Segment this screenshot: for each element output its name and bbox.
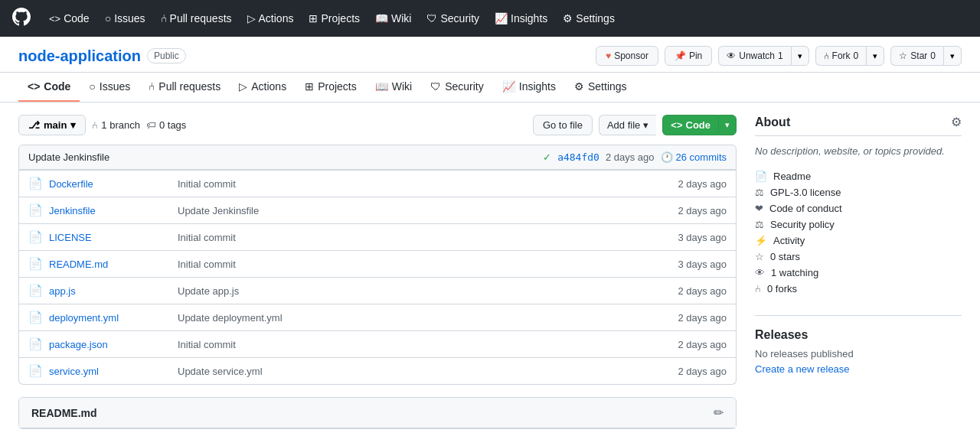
code-main-button[interactable]: <> Code <box>662 115 718 135</box>
about-description: No description, website, or topics provi… <box>755 144 962 159</box>
nav-item-insights[interactable]: 📈 Insights <box>488 9 554 28</box>
tab-projects[interactable]: ⊞ Projects <box>296 73 366 102</box>
actions-tab-icon: ▷ <box>239 80 247 93</box>
file-commit: Update Jenkinsfile <box>178 205 671 216</box>
tab-pull-requests[interactable]: ⑃ Pull requests <box>139 73 230 102</box>
pr-nav-icon: ⑃ <box>161 12 167 24</box>
code-btn-icon: <> <box>671 119 682 131</box>
releases-section: Releases No releases published Create a … <box>755 315 962 375</box>
projects-nav-icon: ⊞ <box>309 12 318 24</box>
branches-link[interactable]: ⑃ 1 branch <box>92 119 140 131</box>
file-name[interactable]: service.yml <box>49 366 172 377</box>
table-row[interactable]: 📄 service.yml Update service.yml 2 days … <box>19 357 736 384</box>
security-policy-link[interactable]: ⚖ Security policy <box>755 216 962 233</box>
actions-nav-icon: ▷ <box>247 12 256 24</box>
about-header: About ⚙ <box>755 115 962 136</box>
commit-hash-link[interactable]: a484fd0 <box>557 151 599 163</box>
nav-item-wiki[interactable]: 📖 Wiki <box>369 9 417 28</box>
tab-actions[interactable]: ▷ Actions <box>230 73 296 102</box>
nav-item-actions[interactable]: ▷ Actions <box>241 9 300 28</box>
tab-wiki[interactable]: 📖 Wiki <box>366 73 421 102</box>
tab-code[interactable]: <> Code <box>18 73 80 102</box>
table-row[interactable]: 📄 package.json Initial commit 2 days ago <box>19 330 736 357</box>
file-name[interactable]: package.json <box>49 339 172 350</box>
file-commit: Initial commit <box>178 232 671 243</box>
file-commit: Update service.yml <box>178 366 671 377</box>
file-icon: 📄 <box>28 364 43 378</box>
repo-sub-nav: <> Code ○ Issues ⑃ Pull requests ▷ Actio… <box>0 73 980 102</box>
table-row[interactable]: 📄 app.js Update app.js 2 days ago <box>19 277 736 304</box>
commits-count-link[interactable]: 🕐 26 commits <box>661 151 727 163</box>
fork-main-button[interactable]: ⑃ Fork 0 <box>815 46 867 66</box>
tab-settings[interactable]: ⚙ Settings <box>565 73 636 102</box>
insights-tab-icon: 📈 <box>502 80 515 93</box>
table-row[interactable]: 📄 README.md Initial commit 3 days ago <box>19 250 736 277</box>
file-time: 2 days ago <box>678 178 727 190</box>
table-row[interactable]: 📄 LICENSE Initial commit 3 days ago <box>19 223 736 250</box>
about-settings-button[interactable]: ⚙ <box>951 115 962 129</box>
main-content: ⎇ main ▾ ⑃ 1 branch 🏷 0 tags Go to file … <box>0 102 980 436</box>
commit-row: Update Jenkinsfile ✓ a484fd0 2 days ago … <box>18 145 737 170</box>
tab-insights[interactable]: 📈 Insights <box>493 73 565 102</box>
tab-security[interactable]: 🛡 Security <box>421 73 493 102</box>
branch-selector[interactable]: ⎇ main ▾ <box>18 115 86 135</box>
fork-split-button: ⑃ Fork 0 ▾ <box>815 46 885 66</box>
issues-tab-icon: ○ <box>89 80 95 93</box>
settings-nav-icon: ⚙ <box>563 12 573 24</box>
code-arrow-button[interactable]: ▾ <box>718 115 737 135</box>
readme-section: README.md ✏ <box>18 397 737 429</box>
file-commit: Update app.js <box>178 285 671 297</box>
security-policy-icon: ⚖ <box>755 219 764 230</box>
file-table: 📄 Dockerfile Initial commit 2 days ago 📄… <box>18 170 737 385</box>
table-row[interactable]: 📄 Jenkinsfile Update Jenkinsfile 2 days … <box>19 197 736 223</box>
fork-icon: ⑃ <box>824 50 829 61</box>
watching-count: 👁 1 watching <box>755 265 962 281</box>
sponsor-button[interactable]: ♥ Sponsor <box>596 46 658 66</box>
nav-item-settings[interactable]: ⚙ Settings <box>557 9 621 28</box>
commit-time: 2 days ago <box>606 151 655 163</box>
about-section: About ⚙ No description, website, or topi… <box>755 115 962 297</box>
pin-button[interactable]: 📌 Pin <box>665 46 712 66</box>
star-main-button[interactable]: ☆ Star 0 <box>890 46 943 66</box>
visibility-badge: Public <box>147 48 186 63</box>
file-name[interactable]: README.md <box>49 259 172 270</box>
nav-item-projects[interactable]: ⊞ Projects <box>302 9 366 28</box>
file-name[interactable]: Jenkinsfile <box>49 205 172 216</box>
file-name[interactable]: Dockerfile <box>49 178 172 190</box>
add-file-main-button[interactable]: Add file ▾ <box>599 115 656 135</box>
file-icon: 📄 <box>28 203 43 217</box>
table-row[interactable]: 📄 Dockerfile Initial commit 2 days ago <box>19 170 736 197</box>
file-name[interactable]: app.js <box>49 285 172 297</box>
chevron-down-icon: ▾ <box>70 119 76 131</box>
readme-edit-button[interactable]: ✏ <box>714 405 724 420</box>
readme-link[interactable]: 📄 Readme <box>755 168 962 184</box>
file-name[interactable]: deployment.yml <box>49 312 172 324</box>
file-time: 2 days ago <box>678 285 727 297</box>
security-nav-icon: 🛡 <box>426 12 437 24</box>
file-icon: 📄 <box>28 337 43 351</box>
nav-item-security[interactable]: 🛡 Security <box>420 9 485 28</box>
tab-issues[interactable]: ○ Issues <box>80 73 139 102</box>
create-release-link[interactable]: Create a new release <box>755 363 850 375</box>
tags-link[interactable]: 🏷 0 tags <box>146 119 186 131</box>
nav-item-issues[interactable]: ○ Issues <box>99 9 152 28</box>
fork-arrow-button[interactable]: ▾ <box>866 46 884 66</box>
code-of-conduct-link[interactable]: ❤ Code of conduct <box>755 200 962 216</box>
commit-info: Update Jenkinsfile <box>28 151 109 163</box>
file-time: 3 days ago <box>678 259 727 270</box>
nav-item-code[interactable]: <> Code <box>43 9 96 28</box>
nav-item-pull-requests[interactable]: ⑃ Pull requests <box>155 9 238 28</box>
star-arrow-button[interactable]: ▾ <box>943 46 962 66</box>
github-logo[interactable] <box>12 8 31 30</box>
security-tab-icon: 🛡 <box>430 80 441 93</box>
unwatch-main-button[interactable]: 👁 Unwatch 1 <box>718 46 790 66</box>
license-link[interactable]: ⚖ GPL-3.0 license <box>755 184 962 200</box>
file-time: 3 days ago <box>678 232 727 243</box>
repo-name[interactable]: node-application <box>18 47 141 65</box>
activity-link[interactable]: ⚡ Activity <box>755 233 962 249</box>
goto-file-button[interactable]: Go to file <box>533 115 593 135</box>
file-icon: 📄 <box>28 257 43 271</box>
table-row[interactable]: 📄 deployment.yml Update deployment.yml 2… <box>19 304 736 330</box>
unwatch-arrow-button[interactable]: ▾ <box>791 46 809 66</box>
file-name[interactable]: LICENSE <box>49 232 172 243</box>
